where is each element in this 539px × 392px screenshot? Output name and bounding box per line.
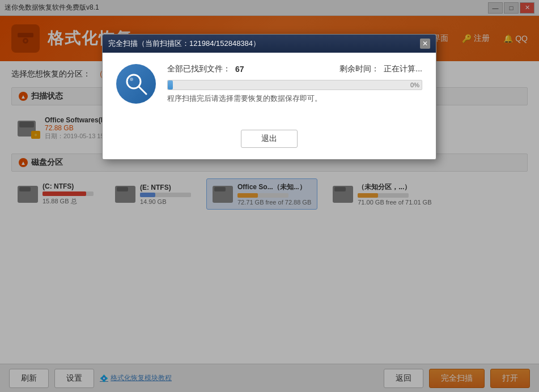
time-remaining-label: 剩余时间： (339, 64, 379, 74)
modal-stats-row: 全部已找到文件： 67 剩余时间： 正在计算... (167, 64, 422, 74)
progress-bar-wrap: 0% (167, 80, 422, 90)
modal-top-row: 全部已找到文件： 67 剩余时间： 正在计算... 0% 程序扫描完后请选择需要… (116, 64, 422, 104)
scan-modal: 完全扫描（当前扫描区：121984/152848384） ✕ (102, 34, 436, 160)
modal-search-icon (116, 64, 156, 104)
time-remaining-value: 正在计算... (384, 64, 422, 74)
svg-point-6 (130, 78, 133, 81)
progress-bar (168, 80, 173, 90)
modal-hint: 程序扫描完后请选择需要恢复的数据保存即可。 (167, 93, 422, 104)
files-found-value: 67 (235, 65, 244, 74)
progress-percent: 0% (410, 82, 419, 88)
files-found-row: 全部已找到文件： 67 (167, 64, 244, 74)
modal-titlebar: 完全扫描（当前扫描区：121984/152848384） ✕ (103, 35, 436, 53)
modal-body: 全部已找到文件： 67 剩余时间： 正在计算... 0% 程序扫描完后请选择需要… (103, 53, 436, 124)
modal-close-button[interactable]: ✕ (420, 39, 430, 49)
files-found-label: 全部已找到文件： (167, 64, 231, 74)
modal-overlay: 完全扫描（当前扫描区：121984/152848384） ✕ (0, 0, 539, 392)
modal-title: 完全扫描（当前扫描区：121984/152848384） (108, 39, 420, 49)
modal-stats: 全部已找到文件： 67 剩余时间： 正在计算... 0% 程序扫描完后请选择需要… (167, 64, 422, 104)
time-remaining-row: 剩余时间： 正在计算... (339, 64, 422, 74)
magnifier-icon (124, 71, 148, 96)
modal-exit-button[interactable]: 退出 (241, 130, 298, 148)
svg-line-5 (139, 87, 146, 94)
modal-footer: 退出 (103, 124, 436, 159)
